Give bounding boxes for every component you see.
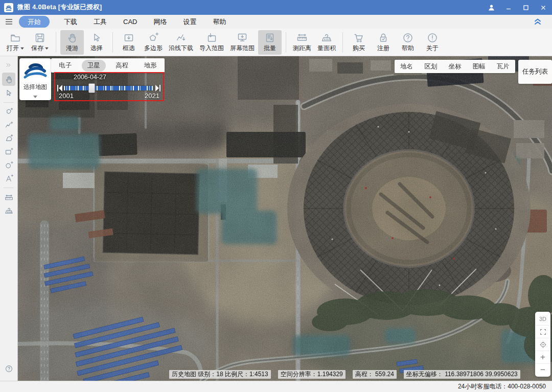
layer-toggle-coordinate[interactable]: 坐标 <box>448 62 461 71</box>
sidebar-tool-polyline-add[interactable] <box>2 119 15 131</box>
timeline-track[interactable] <box>64 86 153 90</box>
import-extent-icon <box>206 32 217 43</box>
app-statusbar: 24小时客服电话：400-028-0050 <box>0 381 552 392</box>
map-provider-logo-icon <box>24 61 47 82</box>
map-style-selector[interactable]: 选择地图 <box>19 58 51 100</box>
sidebar-tool-expand[interactable] <box>2 59 15 72</box>
close-button[interactable] <box>535 0 552 15</box>
sidebar-tool-measure-area[interactable] <box>2 204 15 217</box>
batch-icon <box>264 32 275 43</box>
sidebar-tool-polygon-add[interactable] <box>2 132 15 145</box>
menu-item-start[interactable]: 开始 <box>19 16 50 28</box>
save-icon <box>34 32 45 43</box>
toolbar-separator <box>112 32 113 53</box>
toolbar-button-box-select[interactable]: 框选 <box>117 30 141 55</box>
toolbar-button-measure-distance[interactable]: 测距离 <box>290 30 314 55</box>
toolbar-button-label: 打开 <box>7 44 24 53</box>
sidebar-tool-lasso-add[interactable] <box>2 106 15 118</box>
toolbar-button-label: 保存 <box>31 44 49 53</box>
tab-elevation[interactable]: 高程 <box>110 60 134 72</box>
tab-satellite[interactable]: 卫星 <box>82 60 106 72</box>
toolbar-button-about[interactable]: 关于 <box>421 30 444 55</box>
menu-item-download[interactable]: 下载 <box>60 16 81 27</box>
toolbar-button-measure-area[interactable]: 量面积 <box>315 30 338 55</box>
toolbar-button-select[interactable]: 选择 <box>85 30 108 55</box>
sidebar-tool-roam[interactable] <box>2 73 15 86</box>
open-icon <box>10 32 21 43</box>
minimize-button[interactable] <box>500 0 517 15</box>
roam-icon <box>66 32 78 43</box>
maximize-button[interactable] <box>517 0 535 15</box>
task-list-button[interactable]: 任务列表 <box>518 60 552 84</box>
sidebar-tool-help[interactable] <box>2 362 15 375</box>
map-style-selector-label: 选择地图 <box>24 83 47 91</box>
sidebar-tool-text-add[interactable] <box>2 172 15 185</box>
toolbar-button-label: 屏幕范围 <box>230 44 255 53</box>
layer-toggle-tile[interactable]: 瓦片 <box>497 62 510 71</box>
toolbar-button-label: 框选 <box>123 44 135 53</box>
window-title: 微图 4.0Beta [专业版已授权] <box>17 3 102 12</box>
toolbar-button-open[interactable]: 打开 <box>4 30 27 55</box>
sidebar-tool-rect-add[interactable] <box>2 146 15 158</box>
help2-icon <box>402 32 413 43</box>
toolbar-button-label: 沿线下载 <box>169 44 193 53</box>
toolbar: 打开保存漫游选择框选多边形沿线下载导入范围屏幕范围批量测距离量面积购买注册帮助关… <box>0 29 552 56</box>
layer-toggle-district[interactable]: 区划 <box>424 62 437 71</box>
toolbar-button-polygon[interactable]: 多边形 <box>142 30 165 55</box>
toolbar-button-label: 漫游 <box>66 44 78 53</box>
app-window: 微图 4.0Beta [专业版已授权] 开始下载工具CAD网络设置帮助 打开保存… <box>0 0 552 392</box>
app-logo-icon <box>4 3 13 12</box>
zoom-out-button[interactable]: − <box>535 363 550 376</box>
select-icon <box>91 32 102 43</box>
toolbar-button-buy[interactable]: 购买 <box>347 30 371 55</box>
timeline-date-label: 2006-04-27 <box>74 74 106 81</box>
toolbar-button-label: 关于 <box>426 44 439 53</box>
fullscreen-button[interactable] <box>535 325 550 338</box>
timeline-end-year: 2021 <box>145 92 159 100</box>
view-3d-button[interactable]: 3D <box>535 312 550 325</box>
timeline-thumb[interactable] <box>88 83 95 93</box>
user-account-icon[interactable] <box>482 0 500 15</box>
map-layer-toggles: 地名区划坐标图幅瓦片 <box>395 60 515 73</box>
sidebar-tool-circle-add[interactable] <box>2 159 15 171</box>
timeline-prev-button[interactable] <box>57 84 63 92</box>
layer-toggle-placename[interactable]: 地名 <box>400 62 413 71</box>
toolbar-button-roam[interactable]: 漫游 <box>60 30 84 55</box>
main-menu: 开始下载工具CAD网络设置帮助 <box>19 17 238 27</box>
map-status-overlay: 历史地图 级别：18 比例尺：1:4513空间分辨率：1.194329高程： 5… <box>169 370 535 379</box>
timeline-start-year: 2001 <box>59 92 74 100</box>
map-status-chip-2: 高程： 559.24 <box>353 370 397 379</box>
sidebar-separator <box>4 102 14 103</box>
register-icon <box>378 32 389 43</box>
timeline-next-button[interactable] <box>155 84 161 92</box>
left-tool-strip <box>0 56 18 381</box>
zoom-in-button[interactable]: + <box>535 351 550 363</box>
tab-electronic[interactable]: 电子 <box>53 60 77 72</box>
toolbar-button-save[interactable]: 保存 <box>28 30 52 55</box>
toolbar-button-help2[interactable]: 帮助 <box>396 30 420 55</box>
collapse-ribbon-icon[interactable] <box>534 17 542 27</box>
toolbar-button-register[interactable]: 注册 <box>372 30 395 55</box>
dropdown-caret-icon <box>20 47 24 50</box>
main-area: 选择地图 电子卫星高程地形 2006-04-27 2001 2021 地名区划坐… <box>0 56 552 381</box>
tab-terrain[interactable]: 地形 <box>139 60 163 72</box>
menu-item-settings[interactable]: 设置 <box>179 16 200 27</box>
layer-toggle-mapsheet[interactable]: 图幅 <box>473 62 486 71</box>
toolbar-button-label: 批量 <box>264 44 276 53</box>
map-viewport[interactable]: 选择地图 电子卫星高程地形 2006-04-27 2001 2021 地名区划坐… <box>18 56 552 381</box>
toolbar-button-import-extent[interactable]: 导入范围 <box>197 30 226 55</box>
toolbar-button-batch[interactable]: 批量 <box>258 30 282 55</box>
menu-bar: 开始下载工具CAD网络设置帮助 <box>0 15 552 29</box>
menu-item-help[interactable]: 帮助 <box>209 16 230 27</box>
toolbar-button-screen-extent[interactable]: 屏幕范围 <box>227 30 257 55</box>
locate-button[interactable] <box>535 338 550 351</box>
menu-item-tools[interactable]: 工具 <box>89 16 111 27</box>
along-line-icon <box>175 32 187 43</box>
toolbar-separator <box>286 32 286 53</box>
sidebar-tool-measure-distance[interactable] <box>2 191 15 203</box>
menu-item-network[interactable]: 网络 <box>149 16 171 27</box>
toolbar-button-along-line[interactable]: 沿线下载 <box>166 30 196 55</box>
sidebar-tool-select[interactable] <box>2 87 15 99</box>
hamburger-menu-icon[interactable] <box>5 18 13 25</box>
menu-item-cad[interactable]: CAD <box>119 16 141 27</box>
